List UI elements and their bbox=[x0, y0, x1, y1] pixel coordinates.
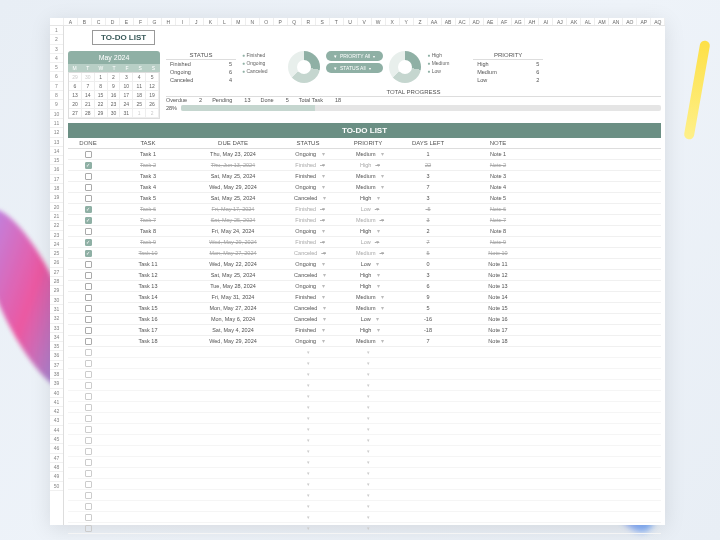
checkbox[interactable] bbox=[85, 316, 92, 323]
due-cell: Fri, May 31, 2024 bbox=[188, 294, 278, 300]
table-row[interactable]: Task 10 Mon, May 27, 2024 Canceled ▾ Med… bbox=[68, 248, 661, 259]
empty-row[interactable]: ▾▾ bbox=[68, 479, 661, 490]
empty-row[interactable]: ▾▾ bbox=[68, 347, 661, 358]
empty-row[interactable]: ▾▾ bbox=[68, 391, 661, 402]
checkbox[interactable] bbox=[85, 206, 92, 213]
checkbox[interactable] bbox=[85, 503, 92, 510]
calendar[interactable]: May 2024 MTWTFSS 29301234567891011121314… bbox=[68, 51, 160, 119]
task-cell: Task 17 bbox=[108, 327, 188, 333]
task-cell: Task 10 bbox=[108, 250, 188, 256]
done-label: Done bbox=[260, 97, 273, 103]
empty-row[interactable]: ▾▾ bbox=[68, 369, 661, 380]
due-cell: Sat, May 25, 2024 bbox=[188, 195, 278, 201]
checkbox[interactable] bbox=[85, 228, 92, 235]
table-row[interactable]: Task 15 Mon, May 27, 2024 Canceled ▾ Med… bbox=[68, 303, 661, 314]
table-row[interactable]: Task 13 Tue, May 28, 2024 Ongoing ▾ High… bbox=[68, 281, 661, 292]
table-row[interactable]: Task 1 Thu, May 23, 2024 Ongoing ▾ Mediu… bbox=[68, 149, 661, 160]
empty-row[interactable]: ▾▾ bbox=[68, 402, 661, 413]
empty-row[interactable]: ▾▾ bbox=[68, 380, 661, 391]
empty-row[interactable]: ▾▾ bbox=[68, 490, 661, 501]
priority-cell: High ▾ bbox=[338, 327, 398, 333]
checkbox[interactable] bbox=[85, 459, 92, 466]
checkbox[interactable] bbox=[85, 294, 92, 301]
checkbox[interactable] bbox=[85, 184, 92, 191]
checkbox[interactable] bbox=[85, 305, 92, 312]
checkbox[interactable] bbox=[85, 162, 92, 169]
empty-row[interactable]: ▾▾ bbox=[68, 468, 661, 479]
checkbox[interactable] bbox=[85, 404, 92, 411]
checkbox[interactable] bbox=[85, 448, 92, 455]
checkbox[interactable] bbox=[85, 525, 92, 532]
checkbox[interactable] bbox=[85, 371, 92, 378]
priority-cell: High ▾ bbox=[338, 283, 398, 289]
table-row[interactable]: Task 5 Sat, May 25, 2024 Canceled ▾ High… bbox=[68, 193, 661, 204]
status-cell: Ongoing ▾ bbox=[278, 283, 338, 289]
checkbox[interactable] bbox=[85, 261, 92, 268]
checkbox[interactable] bbox=[85, 481, 92, 488]
days-cell: 5 bbox=[398, 305, 458, 311]
checkbox[interactable] bbox=[85, 272, 92, 279]
table-row[interactable]: Task 18 Wed, May 29, 2024 Ongoing ▾ Medi… bbox=[68, 336, 661, 347]
done-value: 5 bbox=[286, 97, 289, 103]
checkbox[interactable] bbox=[85, 514, 92, 521]
empty-row[interactable]: ▾▾ bbox=[68, 457, 661, 468]
status-cell: Ongoing ▾ bbox=[278, 184, 338, 190]
checkbox[interactable] bbox=[85, 349, 92, 356]
checkbox[interactable] bbox=[85, 327, 92, 334]
note-cell: Note 7 bbox=[458, 217, 538, 223]
checkbox[interactable] bbox=[85, 360, 92, 367]
table-row[interactable]: Task 6 Fri, May 17, 2024 Finished ▾ Low … bbox=[68, 204, 661, 215]
table-row[interactable]: Task 12 Sat, May 25, 2024 Canceled ▾ Hig… bbox=[68, 270, 661, 281]
priority-cell: Medium ▾ bbox=[338, 184, 398, 190]
empty-row[interactable]: ▾▾ bbox=[68, 424, 661, 435]
checkbox[interactable] bbox=[85, 239, 92, 246]
checkbox[interactable] bbox=[85, 250, 92, 257]
checkbox[interactable] bbox=[85, 338, 92, 345]
status-cell: Canceled ▾ bbox=[278, 272, 338, 278]
empty-row[interactable]: ▾▾ bbox=[68, 512, 661, 523]
checkbox[interactable] bbox=[85, 217, 92, 224]
note-cell: Note 2 bbox=[458, 162, 538, 168]
priority-cell: Low ▾ bbox=[338, 316, 398, 322]
due-cell: Sat, May 25, 2024 bbox=[188, 173, 278, 179]
empty-row[interactable]: ▾▾ bbox=[68, 446, 661, 457]
status-filter-pill[interactable]: ▾STATUS All bbox=[326, 63, 383, 73]
checkbox[interactable] bbox=[85, 151, 92, 158]
checkbox[interactable] bbox=[85, 426, 92, 433]
table-row[interactable]: Task 16 Mon, May 6, 2024 Canceled ▾ Low … bbox=[68, 314, 661, 325]
priority-filter-pill[interactable]: ▾PRIORITY All bbox=[326, 51, 383, 61]
due-cell: Thu, Jun 13, 2024 bbox=[188, 162, 278, 168]
checkbox[interactable] bbox=[85, 437, 92, 444]
checkbox[interactable] bbox=[85, 173, 92, 180]
table-row[interactable]: Task 8 Fri, May 24, 2024 Ongoing ▾ High … bbox=[68, 226, 661, 237]
table-row[interactable]: Task 7 Sat, May 25, 2024 Finished ▾ Medi… bbox=[68, 215, 661, 226]
calendar-grid[interactable]: 2930123456789101112131415161718192021222… bbox=[68, 72, 160, 119]
checkbox[interactable] bbox=[85, 470, 92, 477]
empty-row[interactable]: ▾▾ bbox=[68, 413, 661, 424]
table-row[interactable]: Task 3 Sat, May 25, 2024 Finished ▾ Medi… bbox=[68, 171, 661, 182]
priority-cell: Low ▾ bbox=[338, 261, 398, 267]
checkbox[interactable] bbox=[85, 283, 92, 290]
checkbox[interactable] bbox=[85, 492, 92, 499]
table-row[interactable]: Task 9 Wed, May 29, 2024 Finished ▾ Low … bbox=[68, 237, 661, 248]
empty-row[interactable]: ▾▾ bbox=[68, 435, 661, 446]
due-cell: Sat, May 25, 2024 bbox=[188, 272, 278, 278]
checkbox[interactable] bbox=[85, 393, 92, 400]
checkbox[interactable] bbox=[85, 195, 92, 202]
column-headers[interactable]: ABCDEFGHIJKLMNOPQRSTUVWXYZAAABACADAEAFAG… bbox=[50, 18, 665, 26]
due-cell: Fri, May 17, 2024 bbox=[188, 206, 278, 212]
table-row[interactable]: Task 11 Wed, May 22, 2024 Ongoing ▾ Low … bbox=[68, 259, 661, 270]
checkbox[interactable] bbox=[85, 382, 92, 389]
task-cell: Task 8 bbox=[108, 228, 188, 234]
table-row[interactable]: Task 14 Fri, May 31, 2024 Finished ▾ Med… bbox=[68, 292, 661, 303]
note-cell: Note 6 bbox=[458, 206, 538, 212]
empty-row[interactable]: ▾▾ bbox=[68, 501, 661, 512]
row-numbers[interactable]: 1234567891011121314151617181920212223242… bbox=[50, 26, 64, 525]
table-row[interactable]: Task 4 Wed, May 29, 2024 Ongoing ▾ Mediu… bbox=[68, 182, 661, 193]
task-cell: Task 18 bbox=[108, 338, 188, 344]
checkbox[interactable] bbox=[85, 415, 92, 422]
empty-row[interactable]: ▾▾ bbox=[68, 523, 661, 534]
table-row[interactable]: Task 17 Sat, May 4, 2024 Finished ▾ High… bbox=[68, 325, 661, 336]
table-row[interactable]: Task 2 Thu, Jun 13, 2024 Finished ▾ High… bbox=[68, 160, 661, 171]
empty-row[interactable]: ▾▾ bbox=[68, 358, 661, 369]
